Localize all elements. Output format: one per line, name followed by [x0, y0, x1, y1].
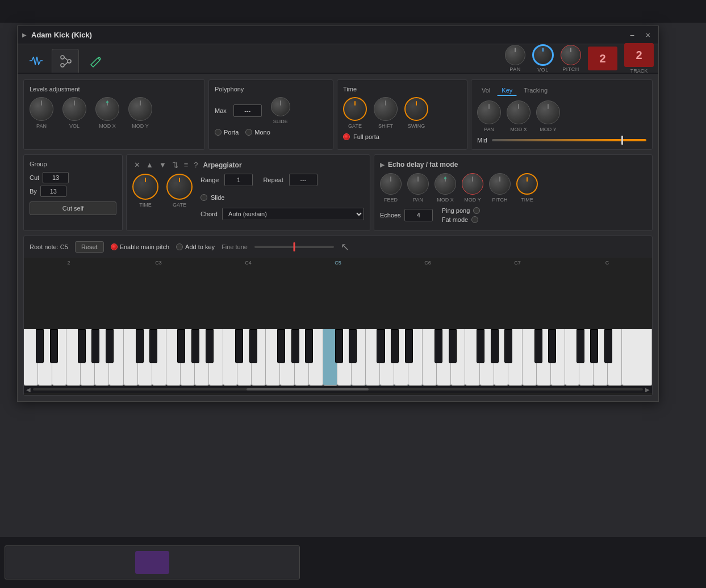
key-gs2[interactable] — [91, 329, 99, 363]
key-gs3[interactable] — [191, 329, 199, 363]
porta-radio[interactable]: Porta — [215, 129, 239, 136]
tab-key[interactable]: Key — [497, 86, 517, 96]
key-as2[interactable] — [106, 329, 114, 363]
vkt-pan-knob[interactable] — [477, 100, 501, 124]
tab-vol[interactable]: Vol — [477, 86, 495, 96]
arp-up-btn[interactable]: ▲ — [144, 161, 155, 169]
echo-modx-knob[interactable] — [435, 173, 456, 195]
ping-pong-checkbox[interactable] — [473, 207, 480, 214]
key-gs4[interactable] — [291, 329, 299, 363]
key-ds5[interactable] — [349, 329, 357, 363]
by-input[interactable]: 13 — [40, 186, 66, 197]
polyphony-title: Polyphony — [215, 86, 327, 93]
tab-wrench[interactable] — [81, 49, 108, 73]
key-as6[interactable] — [504, 329, 512, 363]
key-fs2[interactable] — [78, 329, 86, 363]
tab-waveform[interactable] — [22, 49, 49, 73]
arp-x-btn[interactable]: ✕ — [132, 161, 142, 169]
range-box[interactable]: 2 — [588, 47, 617, 70]
key-gs7[interactable] — [590, 329, 598, 363]
key-cs5[interactable] — [335, 329, 343, 363]
key-cs3[interactable] — [136, 329, 144, 363]
pan-knob[interactable] — [505, 45, 525, 65]
arp-updown-btn[interactable]: ⇅ — [170, 161, 180, 169]
swing-knob[interactable] — [404, 97, 428, 121]
key-as4[interactable] — [305, 329, 313, 363]
add-to-key-radio[interactable]: Add to key — [176, 243, 215, 250]
levels-modx-knob[interactable] — [95, 97, 119, 121]
echoes-input[interactable]: 4 — [404, 209, 433, 221]
echo-pitch-knob[interactable] — [489, 173, 511, 195]
vkt-modx-knob[interactable] — [507, 100, 530, 124]
levels-title: Levels adjustment — [30, 86, 199, 93]
key-ds4[interactable] — [249, 329, 257, 363]
key-c8[interactable] — [622, 329, 652, 386]
key-as3[interactable] — [206, 329, 214, 363]
mono-radio[interactable]: Mono — [245, 129, 270, 136]
levels-mody-group: MOD Y — [128, 97, 152, 129]
echo-mody-knob[interactable] — [462, 173, 483, 195]
vol-knob[interactable] — [532, 44, 554, 66]
key-cs4[interactable] — [235, 329, 243, 363]
arp-help-btn[interactable]: ? — [192, 161, 199, 169]
key-fs3[interactable] — [177, 329, 185, 363]
slide-radio[interactable] — [200, 194, 207, 201]
arp-time-knob[interactable] — [132, 174, 158, 200]
key-ds2[interactable] — [50, 329, 58, 363]
levels-mody-knob[interactable] — [128, 97, 152, 121]
scroll-left[interactable]: ◀ — [26, 387, 31, 393]
cut-self-button[interactable]: Cut self — [30, 201, 116, 215]
key-cs7[interactable] — [534, 329, 542, 363]
echo-time-knob[interactable] — [516, 173, 538, 195]
key-fs7[interactable] — [577, 329, 584, 363]
note-label-c7: C7 — [473, 260, 562, 266]
key-fs5[interactable] — [377, 329, 385, 363]
tab-envelope[interactable] — [52, 49, 79, 73]
pitch-knob[interactable] — [561, 45, 581, 65]
mid-label: Mid — [477, 137, 487, 144]
scroll-right[interactable]: ▶ — [645, 387, 650, 393]
slide-knob[interactable] — [271, 97, 290, 116]
svg-point-9 — [68, 60, 71, 63]
mid-slider[interactable] — [492, 139, 646, 141]
echo-pan-knob[interactable] — [407, 173, 429, 195]
scroll-track[interactable] — [33, 388, 643, 390]
minimize-button[interactable]: − — [626, 30, 638, 41]
cursor-icon[interactable]: ↖ — [341, 241, 349, 253]
key-ds7[interactable] — [548, 329, 556, 363]
levels-vol-knob[interactable] — [62, 97, 86, 121]
reset-button[interactable]: Reset — [75, 241, 104, 253]
key-as7[interactable] — [604, 329, 612, 363]
arp-down-btn[interactable]: ▼ — [157, 161, 168, 169]
echo-feed-knob[interactable] — [380, 173, 402, 195]
key-as5[interactable] — [405, 329, 413, 363]
arp-range-input[interactable]: 1 — [224, 174, 253, 186]
close-button[interactable]: × — [642, 30, 654, 41]
gate-knob[interactable] — [343, 97, 367, 121]
vkt-mody-knob[interactable] — [536, 100, 560, 124]
key-ds6[interactable] — [449, 329, 457, 363]
arp-sort-btn[interactable]: ≡ — [182, 161, 190, 169]
arp-gate-knob[interactable] — [166, 174, 193, 200]
key-gs6[interactable] — [491, 329, 499, 363]
key-cs6[interactable] — [435, 329, 442, 363]
enable-main-pitch-radio[interactable]: Enable main pitch — [111, 243, 169, 250]
max-input[interactable]: --- — [233, 104, 262, 117]
key-fs4[interactable] — [277, 329, 285, 363]
track-box[interactable]: 2 — [624, 43, 654, 67]
fat-mode-checkbox[interactable] — [471, 216, 478, 223]
key-fs6[interactable] — [477, 329, 484, 363]
levels-pan-knob[interactable] — [30, 97, 53, 121]
shift-knob[interactable] — [374, 97, 398, 121]
key-gs5[interactable] — [391, 329, 399, 363]
chord-select[interactable]: Auto (sustain) — [222, 208, 364, 220]
levels-pan-label: PAN — [36, 123, 47, 129]
fine-tune-slider[interactable] — [254, 246, 334, 248]
ping-pong-row: Ping pong — [442, 207, 481, 214]
cut-input[interactable]: 13 — [43, 172, 69, 183]
piano-svg[interactable]: // Rendered inline below as static paths — [24, 267, 652, 329]
key-cs2[interactable] — [36, 329, 44, 363]
tab-tracking[interactable]: Tracking — [519, 86, 552, 96]
key-ds3[interactable] — [149, 329, 157, 363]
arp-repeat-input[interactable]: --- — [289, 174, 318, 186]
